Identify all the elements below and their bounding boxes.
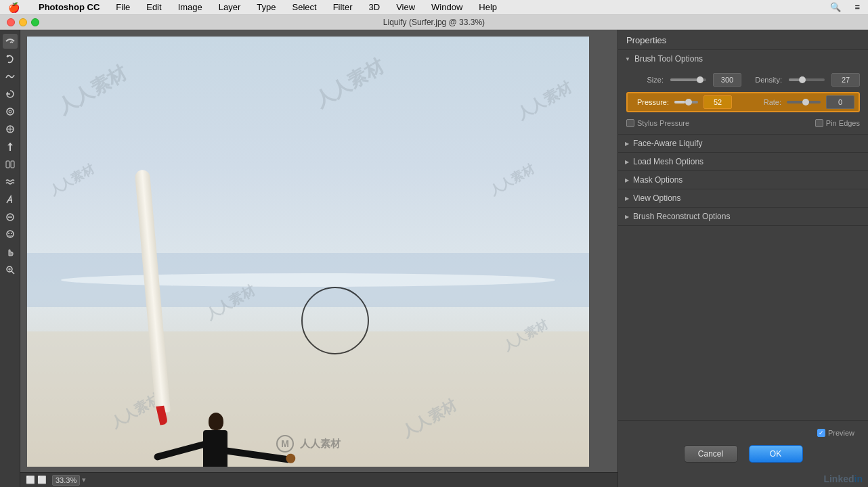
mask-options-header[interactable]: ▶ Mask Options xyxy=(618,171,868,189)
stylus-pressure-checkbox[interactable] xyxy=(626,119,634,127)
pin-edges-checkbox[interactable] xyxy=(815,119,823,127)
menu-image[interactable]: Image xyxy=(175,1,205,13)
menu-filter[interactable]: Filter xyxy=(330,1,355,13)
brush-tool-options-header[interactable]: ▼ Brush Tool Options xyxy=(618,50,868,68)
pressure-value-box[interactable]: 52 xyxy=(703,95,732,109)
pin-edges-checkbox-item[interactable]: Pin Edges xyxy=(815,119,860,127)
canvas-image: 人人素材 人人素材 人人素材 人人素材 人人素材 人人素材 人人素材 人人素材 … xyxy=(27,37,589,467)
menu-edit[interactable]: Edit xyxy=(144,1,164,13)
menu-extra-icon[interactable]: ≡ xyxy=(852,1,863,13)
pressure-value: 52 xyxy=(714,98,722,106)
bottom-bar: ⬜ ⬜ 33.3% ▾ xyxy=(20,472,617,487)
zoom-percent: 33.3% xyxy=(56,476,77,484)
tool-hand[interactable] xyxy=(3,245,18,260)
size-slider-container xyxy=(670,78,706,81)
svg-point-3 xyxy=(9,110,12,113)
rate-slider[interactable] xyxy=(787,101,821,103)
minimize-button[interactable] xyxy=(19,18,27,26)
watermark-5: 人人素材 xyxy=(487,161,537,200)
tool-face[interactable] xyxy=(3,227,18,242)
ok-button[interactable]: OK xyxy=(749,445,803,463)
canvas-icon-2[interactable]: ⬜ xyxy=(37,476,47,484)
mask-arrow: ▶ xyxy=(625,177,629,183)
tool-mirror[interactable] xyxy=(3,157,18,172)
maximize-button[interactable] xyxy=(31,18,39,26)
preview-checkbox[interactable]: ✓ xyxy=(817,429,825,437)
menu-file[interactable]: File xyxy=(113,1,133,13)
pressure-row: Pressure: 52 Rate: 0 xyxy=(626,92,860,112)
tool-freeze[interactable] xyxy=(3,192,18,207)
brush-reconstruct-section: ▶ Brush Reconstruct Options xyxy=(618,208,868,226)
window-title: Liquify (Surfer.jpg @ 33.3%) xyxy=(383,18,485,27)
tool-pucker[interactable] xyxy=(3,104,18,119)
view-options-header[interactable]: ▶ View Options xyxy=(618,189,868,207)
menu-type[interactable]: Type xyxy=(254,1,278,13)
watermark-2: 人人素材 xyxy=(310,53,389,114)
face-aware-header[interactable]: ▶ Face-Aware Liquify xyxy=(618,135,868,152)
density-value-box[interactable]: 27 xyxy=(831,73,860,87)
density-slider-thumb[interactable] xyxy=(799,76,806,83)
mask-options-section: ▶ Mask Options xyxy=(618,171,868,189)
cancel-button[interactable]: Cancel xyxy=(684,445,738,463)
svg-point-15 xyxy=(8,233,9,234)
tool-thaw[interactable] xyxy=(3,210,18,225)
size-slider-thumb[interactable] xyxy=(697,76,703,83)
rate-value: 0 xyxy=(838,98,842,106)
main-area: 人人素材 人人素材 人人素材 人人素材 人人素材 人人素材 人人素材 人人素材 … xyxy=(0,30,868,487)
mask-label: Mask Options xyxy=(633,175,682,185)
menu-select[interactable]: Select xyxy=(289,1,319,13)
menu-view[interactable]: View xyxy=(393,1,418,13)
menu-window[interactable]: Window xyxy=(429,1,465,13)
wave-line xyxy=(61,273,555,287)
close-button[interactable] xyxy=(7,18,15,26)
size-slider-track[interactable] xyxy=(670,78,706,81)
tool-zoom[interactable] xyxy=(3,262,18,277)
zoom-dropdown-arrow[interactable]: ▾ xyxy=(82,476,86,484)
tool-turbulence[interactable] xyxy=(3,175,18,189)
tool-reconstruct[interactable] xyxy=(3,51,18,66)
rate-value-box[interactable]: 0 xyxy=(826,95,854,109)
tool-warp[interactable] xyxy=(3,34,18,49)
canvas-icon-1[interactable]: ⬜ xyxy=(26,476,35,484)
menu-layer[interactable]: Layer xyxy=(216,1,244,13)
tool-twirl[interactable] xyxy=(3,87,18,101)
canvas-area[interactable]: 人人素材 人人素材 人人素材 人人素材 人人素材 人人素材 人人素材 人人素材 … xyxy=(20,30,617,487)
face-aware-label: Face-Aware Liquify xyxy=(633,139,703,148)
watermark-4: 人人素材 xyxy=(47,161,97,200)
pressure-thumb[interactable] xyxy=(685,99,692,106)
panel-title: Properties xyxy=(618,30,868,50)
brush-reconstruct-header[interactable]: ▶ Brush Reconstruct Options xyxy=(618,208,868,225)
search-icon[interactable]: 🔍 xyxy=(827,1,844,13)
load-mesh-header[interactable]: ▶ Load Mesh Options xyxy=(618,153,868,170)
density-slider-track[interactable] xyxy=(789,78,825,81)
view-options-section: ▶ View Options xyxy=(618,189,868,208)
reconstruct-label: Brush Reconstruct Options xyxy=(633,212,730,221)
zoom-control[interactable]: 33.3% ▾ xyxy=(52,475,86,486)
svg-marker-8 xyxy=(7,143,13,145)
size-value: 300 xyxy=(721,76,733,84)
app-name[interactable]: Photoshop CC xyxy=(36,1,102,13)
size-value-box[interactable]: 300 xyxy=(713,73,741,87)
menu-3d[interactable]: 3D xyxy=(366,1,383,13)
title-bar: Liquify (Surfer.jpg @ 33.3%) xyxy=(0,15,868,30)
pin-edges-label: Pin Edges xyxy=(826,119,860,127)
preview-checkbox-item[interactable]: ✓ Preview xyxy=(817,429,854,437)
pressure-slider[interactable] xyxy=(674,101,698,103)
rate-thumb[interactable] xyxy=(802,99,809,106)
tool-bloat[interactable] xyxy=(3,122,18,137)
menu-help[interactable]: Help xyxy=(476,1,500,13)
density-slider-container xyxy=(789,78,825,81)
menu-bar: 🍎 Photoshop CC File Edit Image Layer Typ… xyxy=(0,0,868,15)
watermark-1: 人人素材 xyxy=(53,60,131,120)
tool-push-left[interactable] xyxy=(3,139,18,154)
person-head xyxy=(209,413,223,430)
density-value: 27 xyxy=(842,76,850,84)
tool-smooth[interactable] xyxy=(3,69,18,84)
brush-section-label: Brush Tool Options xyxy=(634,54,703,64)
brush-section-arrow: ▼ xyxy=(625,56,630,62)
svg-text:M: M xyxy=(281,438,289,449)
stylus-pressure-checkbox-item[interactable]: Stylus Pressure xyxy=(626,119,689,127)
zoom-value-display[interactable]: 33.3% xyxy=(52,475,80,486)
density-slider-fill xyxy=(789,78,800,81)
apple-menu[interactable]: 🍎 xyxy=(5,1,22,14)
